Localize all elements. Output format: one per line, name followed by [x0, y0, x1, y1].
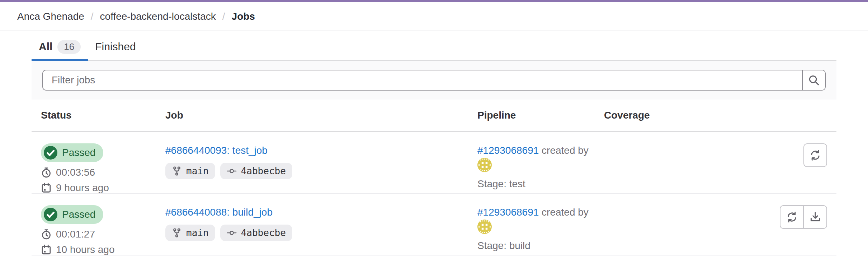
search-icon — [808, 74, 820, 86]
status-cell: Passed 00:03:56 9 hours ago — [32, 143, 156, 194]
header-pipeline: Pipeline — [468, 110, 595, 121]
breadcrumb-project[interactable]: coffee-backend-localstack — [100, 11, 216, 22]
pipeline-created-by-text: created by — [542, 145, 589, 156]
tab-all[interactable]: All 16 — [32, 34, 88, 61]
retry-job-button[interactable] — [803, 143, 827, 167]
branch-icon — [172, 228, 182, 238]
commit-badge[interactable]: 4abbecbe — [220, 163, 292, 179]
breadcrumb-separator: / — [91, 11, 94, 22]
table-row: Passed 00:03:56 9 hours ago #6866440093:… — [32, 132, 836, 194]
tab-all-label: All — [39, 41, 52, 53]
status-badge[interactable]: Passed — [41, 205, 103, 224]
job-cell: #6866440088: build_job main 4abbecbe — [156, 205, 468, 256]
header-job: Job — [156, 110, 468, 121]
pipeline-link[interactable]: #1293068691 — [477, 207, 539, 218]
job-duration: 00:03:56 — [41, 166, 156, 179]
retry-icon — [786, 211, 798, 223]
table-row: Passed 00:01:27 10 hours ago #6866440088… — [32, 194, 836, 255]
breadcrumb-current-jobs: Jobs — [232, 11, 255, 22]
download-artifacts-button[interactable] — [803, 205, 827, 229]
actions-cell — [702, 143, 836, 194]
filter-box — [42, 70, 826, 91]
actions-button-group — [780, 205, 827, 229]
branch-badge[interactable]: main — [165, 225, 215, 241]
breadcrumb-group[interactable]: Anca Ghenade — [17, 11, 84, 22]
jobs-tabs: All 16 Finished — [32, 34, 836, 61]
pipeline-created-by-text: created by — [542, 207, 589, 218]
jobs-table-header: Status Job Pipeline Coverage — [32, 100, 836, 132]
job-link[interactable]: #6866440093: test_job — [165, 145, 268, 156]
avatar[interactable] — [477, 220, 492, 234]
retry-icon — [810, 149, 821, 161]
duration-value: 00:01:27 — [56, 228, 95, 240]
commit-sha: 4abbecbe — [241, 166, 286, 176]
job-link[interactable]: #6866440088: build_job — [165, 207, 273, 218]
breadcrumb: Anca Ghenade / coffee-backend-localstack… — [0, 2, 868, 31]
job-age: 9 hours ago — [41, 182, 156, 194]
ref-badges: main 4abbecbe — [165, 225, 468, 241]
timer-icon — [41, 229, 52, 240]
ref-badges: main 4abbecbe — [165, 163, 468, 179]
job-duration: 00:01:27 — [41, 228, 156, 240]
pipeline-cell: #1293068691 created by Stage: build — [468, 205, 595, 256]
actions-cell — [702, 205, 836, 256]
coverage-cell — [595, 205, 702, 256]
filter-panel — [32, 61, 836, 100]
tab-all-count-badge: 16 — [57, 40, 81, 54]
coverage-cell — [595, 143, 702, 194]
calendar-icon — [41, 183, 52, 193]
status-badge[interactable]: Passed — [41, 143, 103, 162]
header-coverage: Coverage — [595, 110, 702, 121]
filter-jobs-input[interactable] — [43, 70, 802, 90]
tab-finished[interactable]: Finished — [88, 34, 143, 61]
branch-name: main — [186, 227, 209, 238]
stage-label: Stage: build — [477, 240, 595, 252]
tab-finished-label: Finished — [95, 41, 136, 53]
branch-icon — [172, 166, 182, 176]
duration-value: 00:03:56 — [56, 166, 95, 179]
status-passed-icon — [43, 207, 58, 222]
retry-job-button[interactable] — [780, 205, 803, 229]
branch-badge[interactable]: main — [165, 163, 215, 179]
avatar[interactable] — [477, 158, 492, 172]
status-passed-icon — [43, 146, 58, 160]
download-icon — [810, 211, 821, 223]
status-label: Passed — [62, 147, 95, 158]
stage-label: Stage: test — [477, 178, 595, 190]
calendar-icon — [41, 244, 52, 255]
job-cell: #6866440093: test_job main 4abbecbe — [156, 143, 468, 194]
age-value: 9 hours ago — [56, 182, 109, 194]
status-label: Passed — [62, 209, 95, 220]
commit-icon — [227, 228, 237, 238]
breadcrumb-separator: / — [222, 11, 225, 22]
branch-name: main — [186, 166, 209, 176]
search-button[interactable] — [802, 70, 825, 90]
timer-icon — [41, 167, 52, 178]
age-value: 10 hours ago — [56, 244, 114, 256]
commit-icon — [227, 166, 237, 176]
commit-badge[interactable]: 4abbecbe — [220, 225, 292, 241]
pipeline-link[interactable]: #1293068691 — [477, 145, 539, 156]
pipeline-cell: #1293068691 created by Stage: test — [468, 143, 595, 194]
commit-sha: 4abbecbe — [241, 227, 286, 238]
header-status: Status — [32, 110, 156, 121]
status-cell: Passed 00:01:27 10 hours ago — [32, 205, 156, 256]
job-age: 10 hours ago — [41, 244, 156, 256]
